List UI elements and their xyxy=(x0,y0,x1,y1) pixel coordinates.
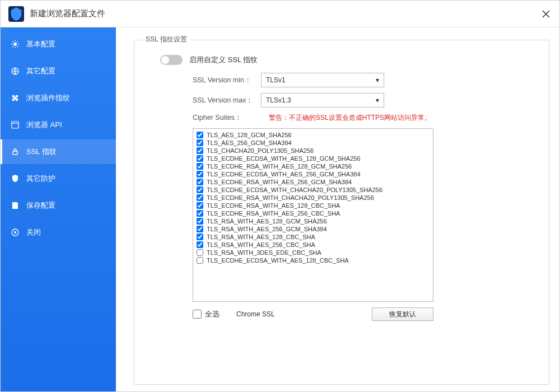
cipher-item[interactable]: TLS_ECDHE_ECDSA_WITH_CHACHA20_POLY1305_S… xyxy=(197,186,430,194)
select-all-input[interactable] xyxy=(193,310,202,319)
lock-icon xyxy=(11,147,20,156)
chrome-ssl-label: Chrome SSL xyxy=(236,310,275,318)
cipher-name: TLS_AES_128_GCM_SHA256 xyxy=(207,132,292,138)
cipher-checkbox[interactable] xyxy=(197,226,203,232)
cipher-item[interactable]: TLS_RSA_WITH_3DES_EDE_CBC_SHA xyxy=(197,249,430,256)
cipher-item[interactable]: TLS_ECDHE_ECDSA_WITH_AES_256_GCM_SHA384 xyxy=(197,170,430,178)
cipher-name: TLS_ECDHE_ECDSA_WITH_AES_128_CBC_SHA xyxy=(207,257,349,264)
cipher-suites-label: Cipher Suites： xyxy=(193,113,261,123)
sidebar-item-label: 其它防护 xyxy=(26,174,55,184)
sidebar-item-browser-api[interactable]: 浏览器 API xyxy=(1,113,116,137)
ssl-max-value: TLSv1.3 xyxy=(266,96,291,104)
cipher-item[interactable]: TLS_RSA_WITH_AES_128_GCM_SHA256 xyxy=(197,217,430,225)
sidebar-item-label: 其它配置 xyxy=(26,66,55,76)
ssl-fingerprint-panel: SSL 指纹设置 启用自定义 SSL 指纹 SSL Version min： T… xyxy=(134,40,549,385)
puzzle-icon xyxy=(11,94,20,102)
cipher-item[interactable]: TLS_ECDHE_RSA_WITH_CHACHA20_POLY1305_SHA… xyxy=(197,194,430,202)
sidebar-item-close[interactable]: 关闭 xyxy=(1,220,116,245)
ssl-min-row: SSL Version min： TLSv1 ▾ xyxy=(193,73,533,87)
cipher-checkbox[interactable] xyxy=(197,241,203,248)
cipher-checkbox[interactable] xyxy=(197,179,203,185)
cipher-checkbox[interactable] xyxy=(197,257,203,264)
sidebar: 基本配置 其它配置 浏览插件指纹 浏览器 API SSL 指纹 其它防护 保存配… xyxy=(1,27,116,392)
cipher-checkbox[interactable] xyxy=(197,171,203,178)
sidebar-item-label: SSL 指纹 xyxy=(26,147,57,157)
cipher-name: TLS_RSA_WITH_AES_256_GCM_SHA384 xyxy=(207,226,327,232)
ssl-max-select[interactable]: TLSv1.3 ▾ xyxy=(261,93,384,108)
cipher-item[interactable]: TLS_CHACHA20_POLY1305_SHA256 xyxy=(197,147,430,155)
sidebar-item-label: 基本配置 xyxy=(26,39,55,49)
select-all-checkbox[interactable]: 全选 xyxy=(193,309,220,319)
cipher-checkbox[interactable] xyxy=(197,202,203,209)
globe-icon xyxy=(11,67,20,76)
cipher-checkbox[interactable] xyxy=(197,132,203,138)
sidebar-item-label: 保存配置 xyxy=(26,200,55,211)
sidebar-item-plugin-fingerprint[interactable]: 浏览插件指纹 xyxy=(1,86,116,110)
cipher-checkbox[interactable] xyxy=(197,194,203,201)
cipher-name: TLS_ECDHE_RSA_WITH_AES_256_GCM_SHA384 xyxy=(207,179,352,185)
enable-custom-ssl-toggle[interactable] xyxy=(160,55,183,65)
toggle-label: 启用自定义 SSL 指纹 xyxy=(189,55,258,65)
main-container: 基本配置 其它配置 浏览插件指纹 浏览器 API SSL 指纹 其它防护 保存配… xyxy=(1,27,559,392)
cipher-suites-row: Cipher Suites： 警告：不正确的SSL设置会造成HTTPS网站访问异… xyxy=(193,113,533,123)
main-panel: SSL 指纹设置 启用自定义 SSL 指纹 SSL Version min： T… xyxy=(116,27,559,392)
cipher-name: TLS_RSA_WITH_AES_128_GCM_SHA256 xyxy=(207,218,327,225)
cipher-checkbox[interactable] xyxy=(197,155,203,162)
cipher-item[interactable]: TLS_AES_128_GCM_SHA256 xyxy=(197,131,430,139)
cipher-item[interactable]: TLS_ECDHE_ECDSA_WITH_AES_128_CBC_SHA xyxy=(197,256,430,264)
cipher-name: TLS_ECDHE_RSA_WITH_AES_256_CBC_SHA xyxy=(207,210,340,217)
cipher-checkbox[interactable] xyxy=(197,234,203,240)
cipher-name: TLS_RSA_WITH_AES_256_CBC_SHA xyxy=(207,241,315,248)
sidebar-item-other-protection[interactable]: 其它防护 xyxy=(1,166,116,191)
sidebar-item-ssl-fingerprint[interactable]: SSL 指纹 xyxy=(1,139,116,164)
cipher-checkbox[interactable] xyxy=(197,163,203,170)
cipher-item[interactable]: TLS_ECDHE_RSA_WITH_AES_128_GCM_SHA256 xyxy=(197,162,430,170)
svg-point-0 xyxy=(13,43,17,46)
window-title: 新建浏览器配置文件 xyxy=(30,8,105,19)
cipher-checkbox[interactable] xyxy=(197,186,203,193)
cipher-name: TLS_AES_256_GCM_SHA384 xyxy=(207,139,292,146)
cipher-warning: 警告：不正确的SSL设置会造成HTTPS网站访问异常。 xyxy=(269,113,431,123)
sidebar-item-label: 浏览插件指纹 xyxy=(26,93,70,103)
title-bar: 新建浏览器配置文件 xyxy=(1,1,559,27)
cipher-item[interactable]: TLS_ECDHE_ECDSA_WITH_AES_128_GCM_SHA256 xyxy=(197,155,430,162)
cipher-name: TLS_ECDHE_RSA_WITH_CHACHA20_POLY1305_SHA… xyxy=(207,194,374,201)
ssl-max-label: SSL Version max： xyxy=(193,96,261,105)
shield-icon xyxy=(11,174,20,183)
cipher-checkbox[interactable] xyxy=(197,218,203,225)
sidebar-item-label: 浏览器 API xyxy=(26,120,62,130)
ssl-max-row: SSL Version max： TLSv1.3 ▾ xyxy=(193,93,533,108)
cipher-checkbox[interactable] xyxy=(197,147,203,154)
gear-icon xyxy=(11,40,20,49)
sidebar-item-other-config[interactable]: 其它配置 xyxy=(1,59,116,83)
toggle-row: 启用自定义 SSL 指纹 xyxy=(160,55,533,65)
close-button[interactable] xyxy=(537,5,555,23)
cipher-name: TLS_CHACHA20_POLY1305_SHA256 xyxy=(207,147,314,154)
chevron-down-icon: ▾ xyxy=(376,96,379,104)
cipher-checkbox[interactable] xyxy=(197,249,203,256)
cipher-name: TLS_ECDHE_ECDSA_WITH_CHACHA20_POLY1305_S… xyxy=(207,186,382,193)
cipher-item[interactable]: TLS_RSA_WITH_AES_256_GCM_SHA384 xyxy=(197,225,430,233)
cipher-item[interactable]: TLS_AES_256_GCM_SHA384 xyxy=(197,139,430,147)
ssl-min-label: SSL Version min： xyxy=(193,76,261,85)
cipher-item[interactable]: TLS_RSA_WITH_AES_256_CBC_SHA xyxy=(197,241,430,249)
ssl-min-select[interactable]: TLSv1 ▾ xyxy=(261,73,384,87)
cipher-name: TLS_RSA_WITH_AES_128_CBC_SHA xyxy=(207,234,315,240)
cipher-item[interactable]: TLS_RSA_WITH_AES_128_CBC_SHA xyxy=(197,233,430,241)
cipher-item[interactable]: TLS_ECDHE_RSA_WITH_AES_128_CBC_SHA xyxy=(197,202,430,209)
ssl-min-value: TLSv1 xyxy=(266,76,286,84)
restore-default-button[interactable]: 恢复默认 xyxy=(372,307,433,321)
panel-legend: SSL 指纹设置 xyxy=(142,35,190,44)
sidebar-item-label: 关闭 xyxy=(26,227,41,237)
chevron-down-icon: ▾ xyxy=(376,76,379,84)
cipher-name: TLS_ECDHE_RSA_WITH_AES_128_GCM_SHA256 xyxy=(207,163,352,170)
cipher-checkbox[interactable] xyxy=(197,139,203,146)
bottom-actions: 全选 Chrome SSL 恢复默认 xyxy=(193,307,433,321)
cipher-suites-list[interactable]: TLS_AES_128_GCM_SHA256TLS_AES_256_GCM_SH… xyxy=(193,128,433,302)
sidebar-item-basic[interactable]: 基本配置 xyxy=(1,32,116,57)
app-logo xyxy=(8,6,24,22)
cipher-item[interactable]: TLS_ECDHE_RSA_WITH_AES_256_GCM_SHA384 xyxy=(197,178,430,186)
cipher-item[interactable]: TLS_ECDHE_RSA_WITH_AES_256_CBC_SHA xyxy=(197,209,430,217)
sidebar-item-save-config[interactable]: 保存配置 xyxy=(1,193,116,218)
cipher-checkbox[interactable] xyxy=(197,210,203,217)
